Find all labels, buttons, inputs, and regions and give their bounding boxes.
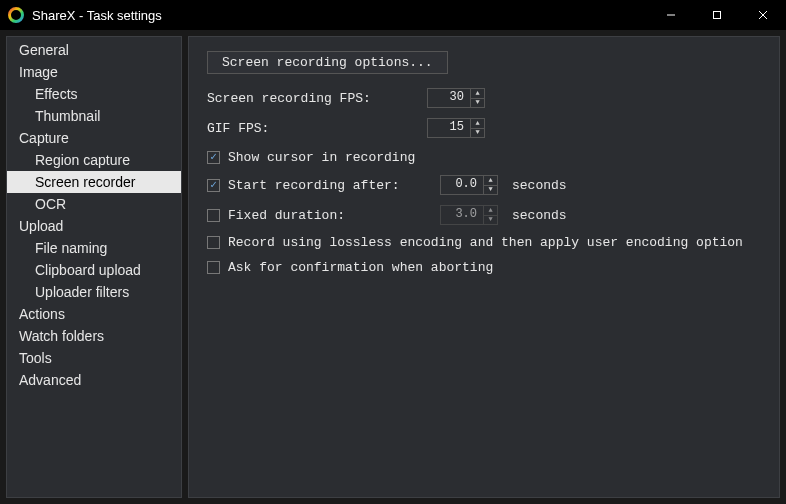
sidebar-item-uploader-filters[interactable]: Uploader filters (7, 281, 181, 303)
show-cursor-label: Show cursor in recording (228, 150, 415, 165)
client-area: GeneralImageEffectsThumbnailCaptureRegio… (0, 30, 786, 504)
sidebar-item-thumbnail[interactable]: Thumbnail (7, 105, 181, 127)
sidebar-item-general[interactable]: General (7, 39, 181, 61)
titlebar: ShareX - Task settings (0, 0, 786, 30)
sidebar-item-screen-recorder[interactable]: Screen recorder (7, 171, 181, 193)
sidebar-item-effects[interactable]: Effects (7, 83, 181, 105)
sidebar: GeneralImageEffectsThumbnailCaptureRegio… (6, 36, 182, 498)
lossless-label: Record using lossless encoding and then … (228, 235, 743, 250)
screen-recording-options-button[interactable]: Screen recording options... (207, 51, 448, 74)
lossless-checkbox[interactable] (207, 236, 220, 249)
ask-confirm-label: Ask for confirmation when aborting (228, 260, 493, 275)
fps-label: Screen recording FPS: (207, 91, 427, 106)
fps-spinner[interactable]: 30 ▲ ▼ (427, 88, 485, 108)
sidebar-item-ocr[interactable]: OCR (7, 193, 181, 215)
sidebar-item-clipboard-upload[interactable]: Clipboard upload (7, 259, 181, 281)
maximize-button[interactable] (694, 0, 740, 30)
sharex-icon (8, 7, 24, 23)
sidebar-item-file-naming[interactable]: File naming (7, 237, 181, 259)
window-title: ShareX - Task settings (32, 8, 162, 23)
fixed-duration-value: 3.0 (441, 206, 483, 224)
show-cursor-checkbox[interactable] (207, 151, 220, 164)
ask-confirm-checkbox[interactable] (207, 261, 220, 274)
svg-rect-2 (714, 12, 721, 19)
sidebar-item-tools[interactable]: Tools (7, 347, 181, 369)
sidebar-item-capture[interactable]: Capture (7, 127, 181, 149)
sidebar-item-advanced[interactable]: Advanced (7, 369, 181, 391)
sidebar-item-actions[interactable]: Actions (7, 303, 181, 325)
fixed-duration-up-icon: ▲ (484, 206, 497, 215)
sidebar-item-region-capture[interactable]: Region capture (7, 149, 181, 171)
close-button[interactable] (740, 0, 786, 30)
fps-value[interactable]: 30 (428, 89, 470, 107)
fixed-duration-unit: seconds (512, 208, 567, 223)
content-panel: Screen recording options... Screen recor… (188, 36, 780, 498)
fixed-duration-label: Fixed duration: (228, 208, 440, 223)
start-after-checkbox[interactable] (207, 179, 220, 192)
gif-fps-spinner[interactable]: 15 ▲ ▼ (427, 118, 485, 138)
start-after-down-icon[interactable]: ▼ (484, 185, 497, 195)
fixed-duration-down-icon: ▼ (484, 215, 497, 225)
window: ShareX - Task settings GeneralImageEffec… (0, 0, 786, 504)
gif-fps-label: GIF FPS: (207, 121, 427, 136)
sidebar-item-watch-folders[interactable]: Watch folders (7, 325, 181, 347)
fps-up-icon[interactable]: ▲ (471, 89, 484, 98)
gif-fps-up-icon[interactable]: ▲ (471, 119, 484, 128)
start-after-spinner[interactable]: 0.0 ▲ ▼ (440, 175, 498, 195)
fixed-duration-spinner: 3.0 ▲ ▼ (440, 205, 498, 225)
gif-fps-down-icon[interactable]: ▼ (471, 128, 484, 138)
sidebar-item-upload[interactable]: Upload (7, 215, 181, 237)
gif-fps-value[interactable]: 15 (428, 119, 470, 137)
start-after-up-icon[interactable]: ▲ (484, 176, 497, 185)
minimize-button[interactable] (648, 0, 694, 30)
start-after-label: Start recording after: (228, 178, 440, 193)
fixed-duration-checkbox[interactable] (207, 209, 220, 222)
fps-down-icon[interactable]: ▼ (471, 98, 484, 108)
svg-point-0 (10, 9, 23, 22)
sidebar-item-image[interactable]: Image (7, 61, 181, 83)
start-after-value[interactable]: 0.0 (441, 176, 483, 194)
start-after-unit: seconds (512, 178, 567, 193)
